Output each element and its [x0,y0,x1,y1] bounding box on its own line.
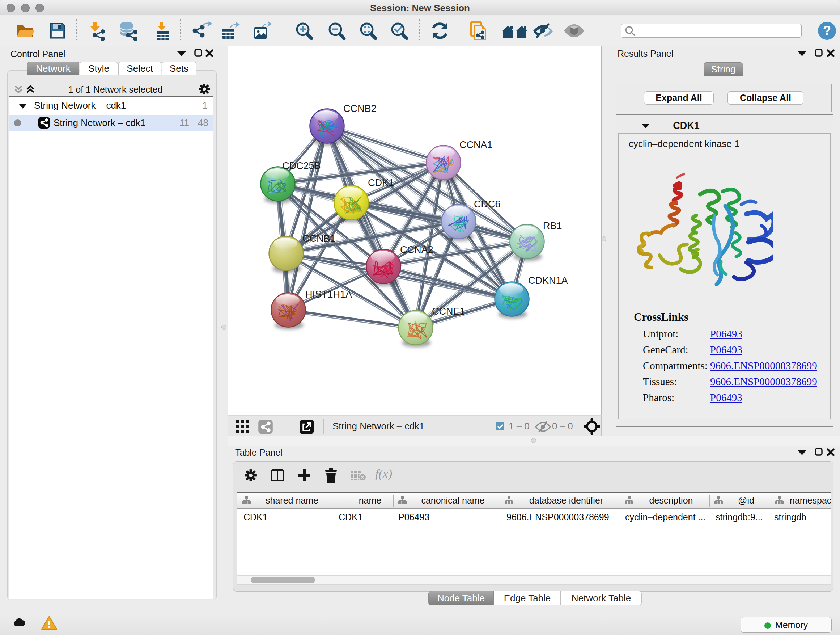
svg-text:CDK1: CDK1 [368,177,394,188]
svg-text:?: ? [823,23,831,38]
svg-text:CCNA2: CCNA2 [400,244,433,255]
svg-text:CCNB1: CCNB1 [302,233,336,244]
svg-text:CCNB2: CCNB2 [343,103,377,114]
svg-text:HIST1H1A: HIST1H1A [305,289,352,300]
svg-text:CCNA1: CCNA1 [459,139,493,150]
svg-text:CCNE1: CCNE1 [432,306,465,317]
svg-text:RB1: RB1 [543,220,562,231]
svg-text:CDKN1A: CDKN1A [528,275,568,286]
svg-text:CDC25B: CDC25B [282,160,321,171]
svg-text:CDC6: CDC6 [474,199,501,210]
